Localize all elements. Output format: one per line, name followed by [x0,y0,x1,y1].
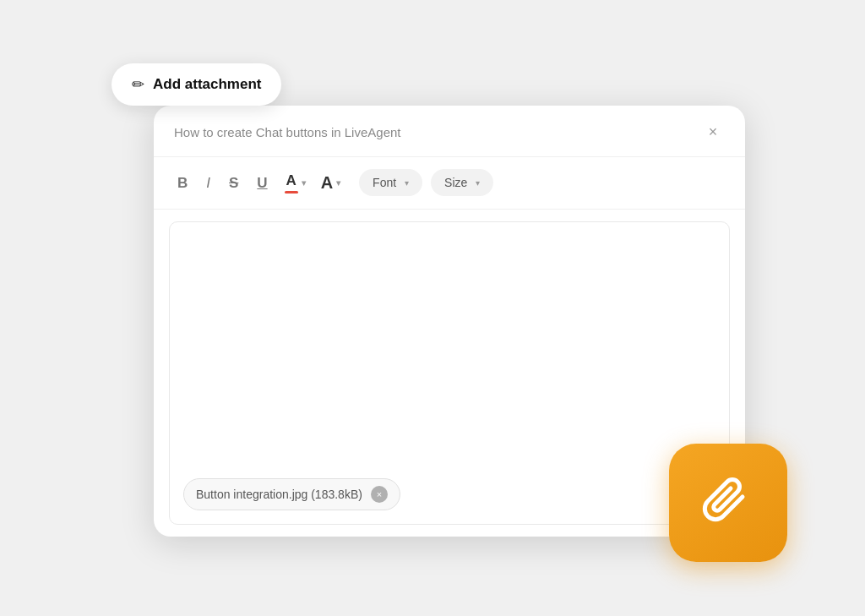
color-indicator [285,191,298,194]
pencil-icon: ✏ [132,75,144,94]
modal-card: How to create Chat buttons in LiveAgent … [154,106,745,537]
font-color-button[interactable]: A ▾ [280,169,311,197]
bold-button[interactable]: B [171,171,194,195]
attachment-filename: Button integration.jpg (183.8kB) [196,488,362,501]
font-dropdown[interactable]: Font ▾ [359,169,422,196]
paperclip-badge [669,444,787,562]
editor-area[interactable]: Button integration.jpg (183.8kB) × [169,221,730,525]
font-color-arrow-icon: ▾ [302,178,306,188]
text-size-label: A [321,173,333,193]
size-dropdown-arrow-icon: ▾ [476,178,480,188]
italic-button[interactable]: I [199,171,217,195]
font-dropdown-arrow-icon: ▾ [405,178,409,188]
underline-button[interactable]: U [250,171,274,195]
strikethrough-button[interactable]: S [222,171,245,195]
size-dropdown-label: Size [444,176,467,189]
attachment-remove-button[interactable]: × [371,486,388,503]
add-attachment-pill[interactable]: ✏ Add attachment [112,63,281,106]
font-color-label: A [286,172,296,189]
font-dropdown-label: Font [373,176,396,189]
formatting-toolbar: B I S U A ▾ A ▾ Font ▾ [154,157,745,210]
text-size-button[interactable]: A ▾ [316,170,345,196]
close-button[interactable]: × [701,121,725,144]
pill-label: Add attachment [153,76,261,93]
attachment-tag: Button integration.jpg (183.8kB) × [183,478,400,510]
paperclip-icon [699,473,758,532]
modal-header: How to create Chat buttons in LiveAgent … [154,106,745,157]
size-dropdown[interactable]: Size ▾ [431,169,493,196]
modal-title: How to create Chat buttons in LiveAgent [174,125,401,139]
text-size-arrow-icon: ▾ [336,178,340,188]
